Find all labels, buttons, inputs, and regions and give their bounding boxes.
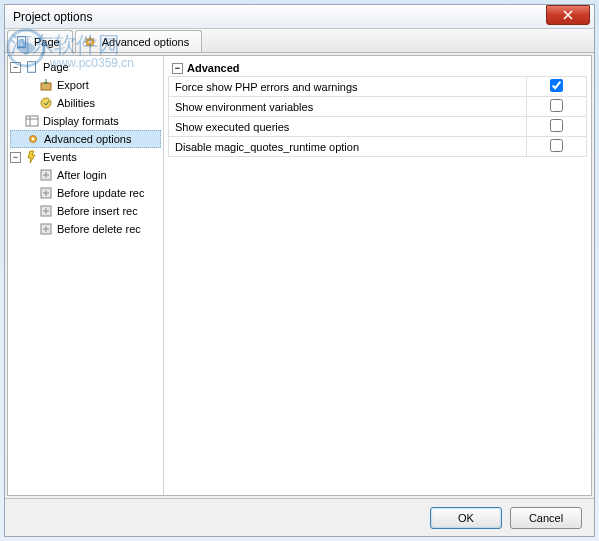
tree-label: Events (43, 151, 77, 163)
section-title: Advanced (187, 62, 240, 74)
option-label: Force show PHP errors and warnings (169, 77, 527, 97)
options-grid: Force show PHP errors and warnings Show … (168, 76, 587, 157)
tree-node-abilities[interactable]: Abilities (10, 94, 161, 112)
svg-rect-7 (26, 116, 38, 126)
svg-point-3 (88, 40, 91, 43)
collapse-icon[interactable]: − (10, 152, 21, 163)
body-area: − Page Export Abilities Display formats (7, 55, 592, 496)
tree-label: Export (57, 79, 89, 91)
cancel-button[interactable]: Cancel (510, 507, 582, 529)
tree-label: Abilities (57, 97, 95, 109)
svg-point-6 (41, 98, 51, 108)
tree-label: Before update rec (57, 187, 144, 199)
dialog-footer: OK Cancel (5, 498, 594, 536)
events-icon (24, 149, 40, 165)
tab-page[interactable]: Page (7, 30, 73, 52)
abilities-icon (38, 95, 54, 111)
tree-node-export[interactable]: Export (10, 76, 161, 94)
close-button[interactable] (546, 5, 590, 25)
option-row: Force show PHP errors and warnings (169, 77, 587, 97)
export-icon (38, 77, 54, 93)
titlebar: Project options (5, 5, 594, 29)
gear-icon (82, 34, 98, 50)
tree-node-events[interactable]: − Events (10, 148, 161, 166)
option-checkbox-executed-queries[interactable] (550, 119, 563, 132)
nav-tree: − Page Export Abilities Display formats (8, 56, 164, 495)
option-label: Show executed queries (169, 117, 527, 137)
event-item-icon (38, 221, 54, 237)
ok-button[interactable]: OK (430, 507, 502, 529)
tab-label: Advanced options (102, 36, 189, 48)
option-label: Show environment variables (169, 97, 527, 117)
gear-icon (25, 131, 41, 147)
collapse-icon[interactable]: − (172, 63, 183, 74)
page-icon (24, 59, 40, 75)
page-icon (14, 34, 30, 50)
tab-bar: Page Advanced options (5, 29, 594, 53)
tree-label: After login (57, 169, 107, 181)
tree-label: Advanced options (44, 133, 131, 145)
svg-rect-4 (28, 62, 36, 73)
tree-node-before-insert[interactable]: Before insert rec (10, 202, 161, 220)
event-item-icon (38, 185, 54, 201)
tree-node-before-delete[interactable]: Before delete rec (10, 220, 161, 238)
window-title: Project options (13, 10, 92, 24)
close-icon (563, 10, 573, 20)
dialog-window: Project options Page Advanced options − … (4, 4, 595, 537)
event-item-icon (38, 167, 54, 183)
event-item-icon (38, 203, 54, 219)
tree-label: Page (43, 61, 69, 73)
tab-advanced-options[interactable]: Advanced options (75, 30, 202, 52)
tree-label: Before delete rec (57, 223, 141, 235)
tab-label: Page (34, 36, 60, 48)
formats-icon (24, 113, 40, 129)
tree-node-before-update[interactable]: Before update rec (10, 184, 161, 202)
tree-node-after-login[interactable]: After login (10, 166, 161, 184)
tree-node-advanced-options[interactable]: Advanced options (10, 130, 161, 148)
section-header: − Advanced (168, 60, 587, 76)
option-label: Disable magic_quotes_runtime option (169, 137, 527, 157)
option-row: Show executed queries (169, 117, 587, 137)
tree-node-display-formats[interactable]: Display formats (10, 112, 161, 130)
content-panel: − Advanced Force show PHP errors and war… (164, 56, 591, 495)
tree-node-page[interactable]: − Page (10, 58, 161, 76)
svg-rect-1 (18, 36, 26, 47)
option-row: Show environment variables (169, 97, 587, 117)
collapse-icon[interactable]: − (10, 62, 21, 73)
svg-point-9 (32, 138, 35, 141)
option-checkbox-magic-quotes[interactable] (550, 139, 563, 152)
tree-label: Before insert rec (57, 205, 138, 217)
option-checkbox-force-php-errors[interactable] (550, 79, 563, 92)
option-checkbox-env-vars[interactable] (550, 99, 563, 112)
tree-label: Display formats (43, 115, 119, 127)
option-row: Disable magic_quotes_runtime option (169, 137, 587, 157)
